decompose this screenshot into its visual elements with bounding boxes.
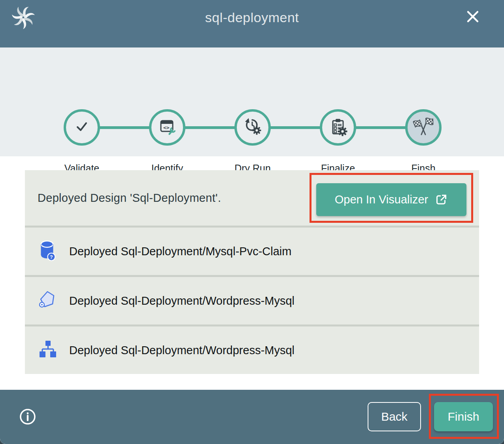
finish-button[interactable]: Finish bbox=[434, 402, 493, 431]
finalize-clipboard-gear-icon bbox=[328, 117, 347, 138]
step-circle-dry-run bbox=[234, 109, 271, 146]
database-question-icon: ? bbox=[38, 239, 57, 263]
page-title: sql-deployment bbox=[0, 9, 504, 26]
deployed-design-message: Deployed Design 'Sql-Deployment'. bbox=[38, 170, 221, 226]
close-icon bbox=[463, 21, 482, 27]
hierarchy-icon bbox=[38, 340, 57, 361]
step-circle-validate-design bbox=[64, 109, 100, 146]
step-circle-finish bbox=[405, 109, 442, 146]
modal-header: sql-deployment bbox=[0, 0, 504, 47]
back-button[interactable]: Back bbox=[368, 402, 421, 431]
modal-footer bbox=[0, 390, 504, 444]
open-in-visualizer-label: Open In Visualizer bbox=[335, 193, 428, 206]
deployment-item-text: Deployed Sql-Deployment/Wordpress-Mysql bbox=[69, 326, 294, 374]
finish-flags-icon bbox=[411, 114, 436, 141]
deployment-stepper: Validate Design <> Identify Environments bbox=[0, 47, 504, 156]
check-icon bbox=[73, 118, 91, 137]
dry-run-history-icon bbox=[243, 117, 262, 138]
open-in-visualizer-button[interactable]: Open In Visualizer bbox=[316, 183, 466, 216]
application-shape-icon bbox=[38, 290, 57, 312]
deployment-modal: sql-deployment Validate Design bbox=[0, 0, 504, 444]
deployment-item-row: Deployed Sql-Deployment/Wordpress-Mysql bbox=[25, 277, 479, 324]
deployment-item-row: ? Deployed Sql-Deployment/Mysql-Pvc-Clai… bbox=[25, 228, 479, 275]
close-button[interactable] bbox=[462, 6, 484, 28]
external-link-icon bbox=[434, 193, 448, 207]
deployment-item-row: Deployed Sql-Deployment/Wordpress-Mysql bbox=[25, 326, 479, 374]
info-icon bbox=[18, 421, 37, 427]
deployment-item-text: Deployed Sql-Deployment/Mysql-Pvc-Claim bbox=[69, 228, 291, 275]
step-circle-finalize-deployment bbox=[320, 109, 356, 146]
deployment-item-text: Deployed Sql-Deployment/Wordpress-Mysql bbox=[69, 277, 294, 324]
svg-text:?: ? bbox=[50, 254, 53, 260]
step-circle-identify-environments: <> bbox=[149, 109, 185, 146]
svg-text:<>: <> bbox=[163, 125, 170, 131]
code-configure-icon: <> bbox=[158, 117, 177, 138]
info-button[interactable] bbox=[18, 407, 37, 426]
